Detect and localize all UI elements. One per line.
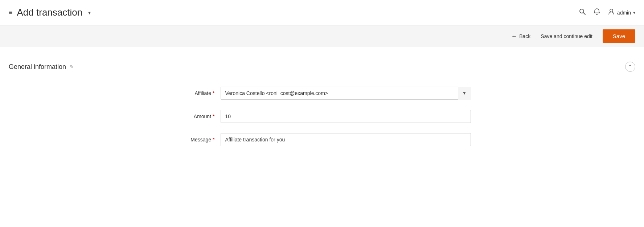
affiliate-row: Affiliate* Veronica Costello <roni_cost@…: [173, 87, 471, 100]
affiliate-select[interactable]: Veronica Costello <roni_cost@example.com…: [221, 87, 471, 100]
notification-icon[interactable]: [593, 8, 600, 17]
amount-label: Amount*: [173, 114, 221, 119]
save-continue-button[interactable]: Save and continue edit: [536, 31, 596, 41]
back-button[interactable]: ← Back: [511, 33, 530, 40]
svg-point-2: [610, 9, 613, 12]
affiliate-required-star: *: [213, 90, 214, 96]
section-title: General information: [9, 63, 66, 71]
back-label: Back: [519, 33, 530, 39]
edit-section-icon[interactable]: ✎: [70, 64, 74, 70]
message-input[interactable]: [221, 133, 471, 146]
svg-line-1: [583, 13, 585, 15]
message-row: Message*: [173, 133, 471, 146]
user-avatar-icon: [608, 8, 615, 17]
section-header: General information ✎ ⌃: [9, 56, 635, 75]
amount-field: [221, 110, 471, 123]
form-area: Affiliate* Veronica Costello <roni_cost@…: [159, 87, 485, 146]
header-right: admin ▾: [579, 8, 635, 17]
amount-row: Amount*: [173, 110, 471, 123]
message-field: [221, 133, 471, 146]
message-label: Message*: [173, 137, 221, 143]
amount-required-star: *: [213, 114, 214, 119]
affiliate-select-wrapper: Veronica Costello <roni_cost@example.com…: [221, 87, 471, 100]
affiliate-select-arrow[interactable]: ▼: [458, 87, 471, 100]
user-menu[interactable]: admin ▾: [608, 8, 635, 17]
message-required-star: *: [213, 137, 214, 143]
user-dropdown-arrow: ▾: [633, 10, 635, 15]
page-header: ≡ Add transaction ▾ admin ▾: [0, 0, 644, 25]
collapse-icon: ⌃: [628, 64, 632, 70]
hamburger-icon[interactable]: ≡: [9, 9, 13, 16]
page-title: Add transaction: [17, 7, 83, 18]
affiliate-label: Affiliate*: [173, 90, 221, 96]
search-icon[interactable]: [579, 8, 586, 17]
back-arrow-icon: ←: [511, 33, 517, 40]
main-content: General information ✎ ⌃ Affiliate* Veron…: [0, 47, 644, 171]
action-toolbar: ← Back Save and continue edit Save: [0, 25, 644, 47]
collapse-section-button[interactable]: ⌃: [625, 62, 635, 72]
header-left: ≡ Add transaction ▾: [9, 7, 91, 18]
save-button[interactable]: Save: [603, 29, 635, 43]
section-title-group: General information ✎: [9, 63, 74, 71]
affiliate-field: Veronica Costello <roni_cost@example.com…: [221, 87, 471, 100]
title-dropdown-arrow[interactable]: ▾: [88, 10, 91, 16]
amount-input[interactable]: [221, 110, 471, 123]
user-name-label: admin: [617, 10, 631, 16]
